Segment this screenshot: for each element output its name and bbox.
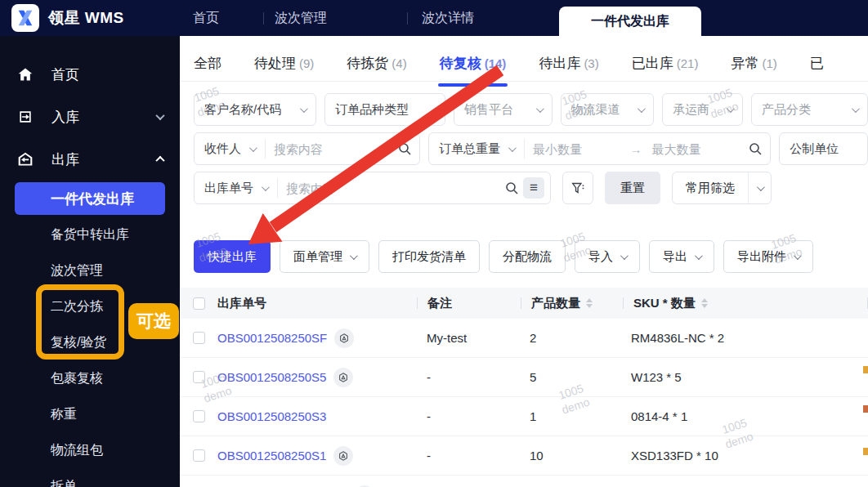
sidebar-item-label: 入库: [51, 108, 79, 127]
sidebar-item-wave-management[interactable]: 波次管理: [0, 252, 180, 288]
sort-icons[interactable]: [586, 298, 593, 308]
tab-to-pick[interactable]: 待拣货(4): [347, 54, 406, 87]
filter-carrier-select[interactable]: 承运商: [662, 93, 743, 126]
chevron-down-icon: [727, 105, 735, 113]
brand: 领星 WMS: [11, 4, 124, 32]
recipient-search-input[interactable]: [266, 142, 396, 156]
topnav-wave-details[interactable]: 波次详情: [422, 0, 474, 36]
chevron-down-icon: [695, 252, 703, 260]
filter-product-category-select[interactable]: 产品分类: [751, 93, 868, 126]
filter-funnel-button[interactable]: [562, 172, 593, 204]
column-product-qty[interactable]: 产品数量: [521, 296, 623, 311]
metric-unit-select[interactable]: 公制单位: [779, 132, 868, 165]
chevron-down-icon: [262, 183, 270, 191]
import-button[interactable]: 导入: [575, 240, 640, 273]
filter-order-type-select[interactable]: 订单品种类型: [324, 93, 445, 126]
column-sku-qty[interactable]: SKU * 数量: [624, 296, 867, 311]
qty-cell: 5: [520, 370, 621, 384]
topnav-wave-management[interactable]: 波次管理: [275, 0, 327, 36]
tab-to-review-active[interactable]: 待复核(14): [440, 54, 507, 87]
range-arrow-icon: →: [629, 142, 644, 156]
search-icon[interactable]: [398, 142, 411, 155]
order-number-search-input[interactable]: [278, 181, 503, 195]
table-header: 出库单号 备注 产品数量 SKU * 数量: [180, 288, 868, 319]
search-icon[interactable]: [505, 181, 518, 194]
qty-cell: 2: [520, 331, 621, 345]
sort-icons[interactable]: [701, 298, 708, 308]
order-number-link[interactable]: OBS0012508250S3: [217, 409, 326, 423]
note-cell: -: [417, 370, 520, 384]
sidebar-item-package-review[interactable]: 包裹复核: [0, 360, 180, 396]
chevron-down-icon: [852, 105, 860, 113]
qty-cell: 1: [520, 409, 621, 423]
annotation-optional-badge: 可选: [128, 303, 179, 339]
clipped-status-fragment: [863, 448, 868, 455]
sidebar-item-dropship-outbound-active[interactable]: 一件代发出库: [15, 182, 165, 215]
chevron-down-icon: [155, 111, 164, 120]
order-number-field-select[interactable]: 出库单号: [195, 172, 277, 203]
select-all-checkbox[interactable]: [193, 297, 205, 310]
row-checkbox[interactable]: [193, 371, 205, 383]
tab-count: (9): [299, 56, 314, 70]
sidebar-item-weighing[interactable]: 称重: [0, 396, 180, 432]
filter-customer-select[interactable]: 客户名称/代码: [194, 93, 316, 126]
print-shipping-list-button[interactable]: 打印发货清单: [378, 240, 480, 273]
export-attachment-button[interactable]: 导出附件: [723, 240, 813, 273]
max-quantity-input[interactable]: [644, 142, 748, 156]
row-checkbox[interactable]: [193, 332, 205, 344]
sku-cell: RM4836L-NC * 2: [621, 331, 868, 345]
tab-exception[interactable]: 异常(1): [731, 54, 776, 87]
chevron-down-icon: [638, 105, 646, 113]
tab-all[interactable]: 全部: [194, 54, 221, 87]
tab-count: (1): [762, 56, 776, 70]
chevron-down-icon: [350, 252, 358, 260]
filter-sales-platform-select[interactable]: 销售平台: [454, 93, 552, 126]
order-number-link[interactable]: OBS0012508250SF: [217, 331, 327, 345]
reset-button[interactable]: 重置: [605, 172, 660, 204]
note-cell: -: [417, 409, 520, 423]
export-button[interactable]: 导出: [649, 240, 714, 273]
assign-logistics-button[interactable]: 分配物流: [489, 240, 566, 273]
table-row: OBS0012508250SF My-test 2 RM4836L-NC * 2: [180, 319, 868, 358]
clipped-status-fragment: [863, 366, 868, 373]
min-quantity-input[interactable]: [525, 142, 629, 156]
sidebar-item-home[interactable]: 首页: [0, 53, 180, 96]
lingxing-logo-icon: [11, 4, 39, 32]
order-number-search-group: 出库单号 ≡: [194, 172, 551, 204]
tab-shipped[interactable]: 已出库(21): [632, 54, 699, 87]
chevron-up-icon: [155, 156, 164, 165]
wms-app-window: 领星 WMS 首页 波次管理 波次详情 一件代发出库 首页 入库 出库: [0, 0, 868, 487]
outbound-icon: [16, 150, 34, 168]
order-number-link[interactable]: OBS0012508250S5: [217, 370, 326, 384]
tab-clipped[interactable]: 已: [810, 54, 824, 87]
outbound-orders-table: 出库单号 备注 产品数量 SKU * 数量 OBS0012508250SF My…: [180, 288, 868, 487]
sidebar-item-inbound[interactable]: 入库: [0, 96, 180, 138]
topnav-active-tab-dropship-outbound[interactable]: 一件代发出库: [559, 7, 701, 36]
sidebar-item-stock-transfer-outbound[interactable]: 备货中转出库: [0, 217, 180, 252]
sidebar-item-split-order[interactable]: 拆单: [0, 468, 180, 487]
sidebar-item-logistics-grouping[interactable]: 物流组包: [0, 432, 180, 468]
batch-search-lines-icon[interactable]: ≡: [523, 177, 544, 199]
filter-logistics-channel-select[interactable]: 物流渠道: [561, 93, 655, 126]
tab-pending[interactable]: 待处理(9): [254, 54, 314, 87]
saved-filters-button[interactable]: 常用筛选: [672, 172, 772, 204]
pdf-label-icon[interactable]: [334, 328, 354, 348]
quick-outbound-button[interactable]: 快捷出库: [194, 240, 271, 273]
tab-to-ship[interactable]: 待出库(3): [539, 54, 598, 87]
column-order-number: 出库单号: [217, 296, 417, 311]
row-checkbox[interactable]: [193, 449, 205, 462]
pdf-label-icon[interactable]: [333, 368, 353, 387]
pdf-label-icon[interactable]: [333, 446, 353, 466]
weight-field-select[interactable]: 订单总重量: [429, 133, 524, 164]
saved-filters-dropdown[interactable]: [748, 172, 771, 203]
topnav-home[interactable]: 首页: [193, 0, 219, 36]
sidebar-item-outbound[interactable]: 出库: [0, 138, 180, 181]
clipped-status-fragment: [863, 405, 868, 413]
filter-panel: 客户名称/代码 订单品种类型 销售平台 物流渠道 承运商 产品分类 收件人 订单…: [180, 82, 868, 204]
recipient-field-select[interactable]: 收件人: [195, 133, 265, 164]
order-number-link[interactable]: OBS0012508250S1: [217, 449, 326, 462]
row-checkbox[interactable]: [193, 410, 205, 422]
main-content: 全部 待处理(9) 待拣货(4) 待复核(14) 待出库(3) 已出库(21) …: [180, 36, 868, 487]
label-manage-button[interactable]: 面单管理: [280, 240, 369, 273]
search-icon[interactable]: [749, 142, 762, 155]
